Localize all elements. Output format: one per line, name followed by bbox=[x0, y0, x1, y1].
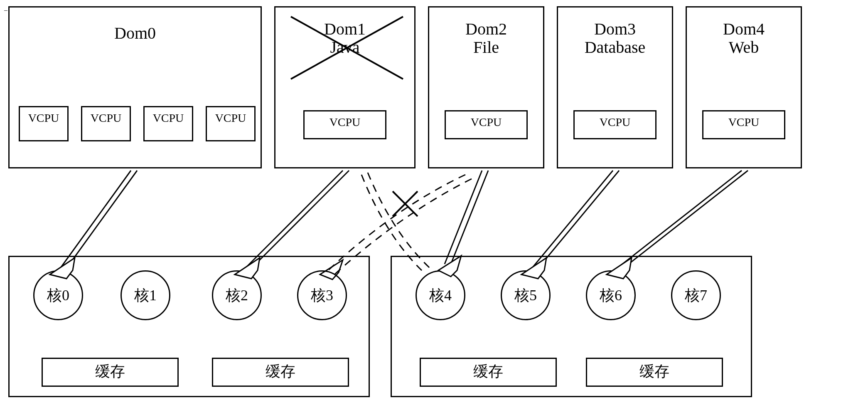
core-0: 核0 bbox=[33, 270, 83, 320]
dom0-box: Dom0 bbox=[8, 6, 262, 168]
dom2-title: Dom2 bbox=[429, 20, 543, 38]
dom1-subtitle: Java bbox=[275, 38, 414, 57]
core-7: 核7 bbox=[671, 270, 721, 320]
svg-line-3 bbox=[245, 171, 343, 268]
dom3-title: Dom3 bbox=[558, 20, 672, 38]
dom3-subtitle: Database bbox=[558, 38, 672, 57]
dom3-vcpu: VCPU bbox=[573, 110, 657, 139]
dom1-title: Dom1 bbox=[275, 20, 414, 38]
cache-2: 缓存 bbox=[420, 358, 557, 387]
core-3: 核3 bbox=[297, 270, 347, 320]
dom2-subtitle: File bbox=[429, 38, 543, 57]
cross-cancelled-migration bbox=[393, 191, 418, 216]
svg-line-4 bbox=[251, 171, 349, 268]
svg-line-13 bbox=[623, 171, 748, 268]
vm-scheduling-diagram: Dom0 VCPU VCPU VCPU VCPU Dom1 Java VCPU … bbox=[4, 4, 864, 399]
svg-line-10 bbox=[538, 171, 619, 268]
dom3-box: Dom3 Database bbox=[557, 6, 673, 168]
svg-line-0 bbox=[60, 171, 131, 268]
dom4-title: Dom4 bbox=[687, 20, 801, 38]
dom0-vcpu-0: VCPU bbox=[19, 106, 69, 141]
core-5: 核5 bbox=[501, 270, 551, 320]
svg-line-7 bbox=[451, 171, 488, 264]
core-2: 核2 bbox=[212, 270, 262, 320]
dom4-vcpu: VCPU bbox=[702, 110, 785, 139]
dom4-box: Dom4 Web bbox=[686, 6, 802, 168]
dom0-title: Dom0 bbox=[10, 24, 261, 42]
svg-line-18 bbox=[393, 191, 418, 216]
svg-line-9 bbox=[532, 171, 613, 268]
dom0-vcpu-1: VCPU bbox=[81, 106, 131, 141]
cache-3: 缓存 bbox=[586, 358, 723, 387]
dom1-vcpu: VCPU bbox=[303, 110, 386, 139]
dom4-subtitle: Web bbox=[687, 38, 801, 57]
svg-line-1 bbox=[66, 171, 137, 268]
cache-1: 缓存 bbox=[212, 358, 349, 387]
core-4: 核4 bbox=[416, 270, 465, 320]
dom2-vcpu: VCPU bbox=[445, 110, 528, 139]
dom1-box: Dom1 Java bbox=[274, 6, 416, 168]
dom0-vcpu-3: VCPU bbox=[206, 106, 256, 141]
core-6: 核6 bbox=[586, 270, 636, 320]
dom2-box: Dom2 File bbox=[428, 6, 544, 168]
svg-line-12 bbox=[617, 171, 742, 268]
dom0-vcpu-2: VCPU bbox=[143, 106, 193, 141]
svg-line-19 bbox=[393, 191, 418, 216]
core-1: 核1 bbox=[120, 270, 170, 320]
cache-0: 缓存 bbox=[42, 358, 179, 387]
svg-line-6 bbox=[445, 171, 482, 264]
